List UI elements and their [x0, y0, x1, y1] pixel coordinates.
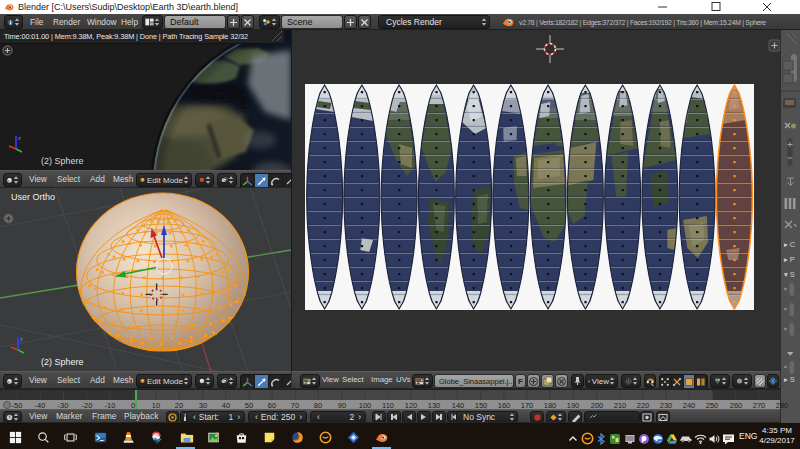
svg-text:z: z — [20, 336, 23, 342]
svg-text:▸ P: ▸ P — [784, 255, 795, 264]
svg-text:z: z — [18, 135, 21, 141]
svg-text:▸ C: ▸ C — [784, 240, 796, 249]
svg-text:▾ S: ▾ S — [784, 270, 795, 279]
svg-text:▸ S: ▸ S — [784, 375, 795, 384]
